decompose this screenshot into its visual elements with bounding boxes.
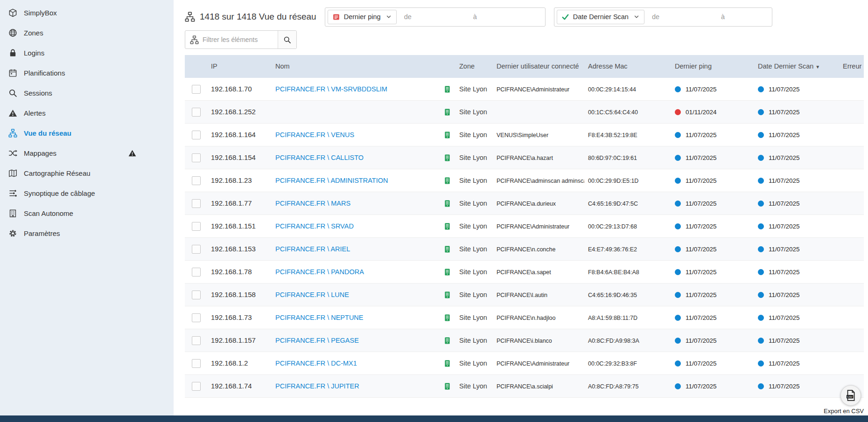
sidebar-item-scan-autonome[interactable]: Scan Autonome <box>0 203 174 223</box>
row-checkbox[interactable] <box>192 131 201 139</box>
row-user: PCIFRANCE\i.blanco <box>497 338 552 344</box>
table-row[interactable]: 192.168.1.70 PCIFRANCE.FR \ VM-SRVBDDSLI… <box>185 78 864 101</box>
device-link[interactable]: PCIFRANCE.FR \ VM-SRVBDDSLIM <box>275 85 387 93</box>
ping-filter-to-input[interactable] <box>469 13 538 21</box>
sidebar-item-label: Cartographie Réseau <box>24 169 91 177</box>
svg-text:CSV: CSV <box>847 395 853 398</box>
table-row[interactable]: 192.168.1.151 PCIFRANCE.FR \ SRVAD Site … <box>185 215 864 238</box>
export-csv-button[interactable]: CSV <box>840 385 861 406</box>
column-header-ping[interactable]: Dernier ping <box>671 62 754 70</box>
ping-date: 11/07/2025 <box>686 383 717 390</box>
table-row[interactable]: 192.168.1.23 PCIFRANCE.FR \ ADMINISTRATI… <box>185 169 864 192</box>
row-checkbox[interactable] <box>192 176 201 185</box>
device-link[interactable]: PCIFRANCE.FR \ CALLISTO <box>275 154 364 161</box>
scan-filter-to-input[interactable] <box>716 13 785 21</box>
sidebar-item-vue-du-reseau[interactable]: Vue du réseau <box>0 123 174 143</box>
device-link[interactable]: PCIFRANCE.FR \ PEGASE <box>275 337 359 344</box>
sidebar-item-planifications[interactable]: Planifications <box>0 63 174 83</box>
sidebar-item-mappages[interactable]: Mappages <box>0 143 174 163</box>
column-header-nom[interactable]: Nom <box>272 62 443 70</box>
row-mac: A0:8C:FD:A9:98:3A <box>588 338 639 344</box>
row-checkbox[interactable] <box>192 268 201 277</box>
device-link[interactable]: PCIFRANCE.FR \ SRVAD <box>275 222 354 230</box>
device-link[interactable]: PCIFRANCE.FR \ VENUS <box>275 131 354 138</box>
table-row[interactable]: 192.168.1.252 Site Lyon 00:1C:C5:64:C4:4… <box>185 101 864 124</box>
filter-elements-box <box>185 30 297 49</box>
ping-status-dot <box>675 383 681 389</box>
table-body: 192.168.1.70 PCIFRANCE.FR \ VM-SRVBDDSLI… <box>185 78 864 398</box>
ping-date: 11/07/2025 <box>686 269 717 276</box>
sidebar-item-synoptique-de-cablage[interactable]: Synoptique de câblage <box>0 183 174 203</box>
row-checkbox[interactable] <box>192 359 201 368</box>
device-link[interactable]: PCIFRANCE.FR \ PANDORA <box>275 268 364 276</box>
table-row[interactable]: 192.168.1.77 PCIFRANCE.FR \ MARS Site Ly… <box>185 192 864 215</box>
device-link[interactable]: PCIFRANCE.FR \ NEPTUNE <box>275 314 364 321</box>
table-row[interactable]: 192.168.1.74 PCIFRANCE.FR \ JUPITER Site… <box>185 375 864 398</box>
scan-status-dot <box>758 223 764 229</box>
ping-filter-from-input[interactable] <box>399 13 469 21</box>
device-link[interactable]: PCIFRANCE.FR \ JUPITER <box>275 382 359 390</box>
column-header-mac[interactable]: Adresse Mac <box>584 62 671 70</box>
row-checkbox[interactable] <box>192 245 201 254</box>
row-zone: Site Lyon <box>459 314 487 321</box>
row-ip: 192.168.1.74 <box>211 382 252 390</box>
table-row[interactable]: 192.168.1.2 PCIFRANCE.FR \ DC-MX1 Site L… <box>185 352 864 375</box>
table-row[interactable]: 192.168.1.154 PCIFRANCE.FR \ CALLISTO Si… <box>185 146 864 169</box>
scan-date: 11/07/2025 <box>769 314 800 321</box>
row-checkbox[interactable] <box>192 85 201 94</box>
device-link[interactable]: PCIFRANCE.FR \ DC-MX1 <box>275 360 357 367</box>
scan-filter-dropdown[interactable]: Date Dernier Scan <box>557 10 644 24</box>
table-header: IP Nom Zone Dernier utilisateur connecté… <box>185 55 864 78</box>
device-link[interactable]: PCIFRANCE.FR \ ADMINISTRATION <box>275 177 388 184</box>
title-group: 1418 sur 1418 Vue du réseau <box>185 12 316 22</box>
export-area: CSV Export en CSV <box>824 385 864 415</box>
sidebar-item-parametres[interactable]: Paramètres <box>0 223 174 243</box>
row-checkbox[interactable] <box>192 153 201 162</box>
ping-filter-dropdown[interactable]: Dernier ping <box>328 10 397 24</box>
device-ok-icon <box>443 245 451 253</box>
sidebar-item-label: Sessions <box>24 89 52 97</box>
table-row[interactable]: 192.168.1.157 PCIFRANCE.FR \ PEGASE Site… <box>185 329 864 352</box>
table-row[interactable]: 192.168.1.73 PCIFRANCE.FR \ NEPTUNE Site… <box>185 306 864 329</box>
row-checkbox[interactable] <box>192 336 201 345</box>
network-icon <box>8 129 17 138</box>
scan-status-dot <box>758 315 764 321</box>
shuffle-icon <box>8 149 17 158</box>
row-checkbox[interactable] <box>192 199 201 208</box>
filter-elements-input[interactable] <box>203 36 278 43</box>
row-zone: Site Lyon <box>459 360 487 367</box>
sidebar-item-alertes[interactable]: Alertes <box>0 103 174 123</box>
row-ip: 192.168.1.164 <box>211 131 256 138</box>
search-button[interactable] <box>278 31 296 48</box>
row-checkbox[interactable] <box>192 108 201 117</box>
row-ip: 192.168.1.154 <box>211 153 256 161</box>
column-header-user[interactable]: Dernier utilisateur connecté <box>493 62 584 70</box>
sidebar-item-logins[interactable]: Logins <box>0 43 174 63</box>
device-link[interactable]: PCIFRANCE.FR \ ARIEL <box>275 245 350 253</box>
row-checkbox[interactable] <box>192 313 201 322</box>
device-link[interactable]: PCIFRANCE.FR \ LUNE <box>275 291 349 298</box>
sidebar-item-cartographie-reseau[interactable]: Cartographie Réseau <box>0 163 174 183</box>
row-checkbox[interactable] <box>192 382 201 391</box>
table-row[interactable]: 192.168.1.158 PCIFRANCE.FR \ LUNE Site L… <box>185 284 864 306</box>
row-checkbox[interactable] <box>192 222 201 231</box>
row-checkbox[interactable] <box>192 291 201 299</box>
table-row[interactable]: 192.168.1.78 PCIFRANCE.FR \ PANDORA Site… <box>185 261 864 284</box>
scan-status-dot <box>758 292 764 298</box>
sidebar-item-zones[interactable]: Zones <box>0 23 174 43</box>
row-mac: A0:8C:FD:A8:79:75 <box>588 383 638 390</box>
sidebar-item-sessions[interactable]: Sessions <box>0 83 174 103</box>
row-ip: 192.168.1.70 <box>211 85 252 93</box>
device-link[interactable]: PCIFRANCE.FR \ MARS <box>275 200 350 207</box>
column-header-zone[interactable]: Zone <box>455 62 493 70</box>
table-row[interactable]: 192.168.1.164 PCIFRANCE.FR \ VENUS Site … <box>185 124 864 146</box>
column-header-error[interactable]: Erreur <box>839 62 864 70</box>
column-header-ip[interactable]: IP <box>207 62 272 70</box>
ping-status-dot <box>675 338 681 344</box>
table-row[interactable]: 192.168.1.153 PCIFRANCE.FR \ ARIEL Site … <box>185 238 864 261</box>
scan-filter-from-input[interactable] <box>647 13 716 21</box>
sidebar-item-simplybox[interactable]: SimplyBox <box>0 3 174 23</box>
network-table: IP Nom Zone Dernier utilisateur connecté… <box>185 55 864 398</box>
column-header-scan[interactable]: Date Dernier Scan▼ <box>754 62 839 70</box>
cabling-icon <box>8 189 17 198</box>
